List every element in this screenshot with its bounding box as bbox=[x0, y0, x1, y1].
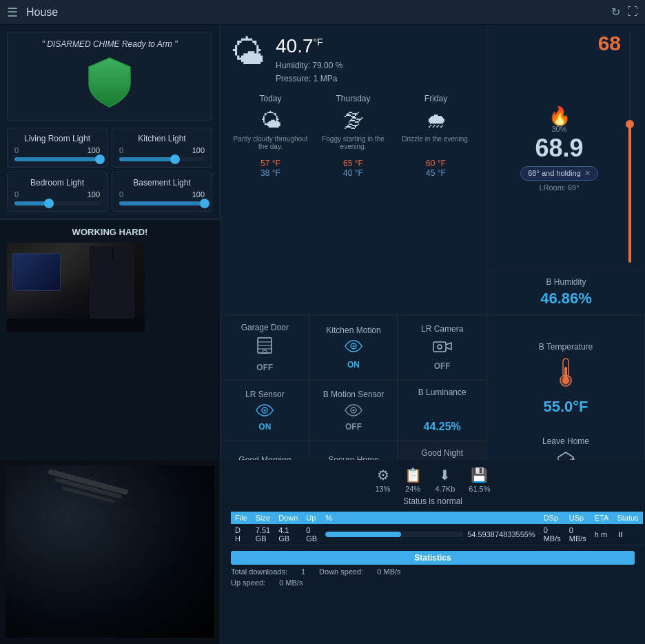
svg-point-6 bbox=[352, 345, 354, 348]
thermostat-percent: 30% bbox=[551, 125, 566, 133]
col-percent: % bbox=[321, 512, 539, 524]
weather-humidity: Humidity: 79.00 % bbox=[276, 61, 342, 70]
device-lr-camera[interactable]: LR Camera OFF bbox=[398, 315, 487, 380]
up-speed-label: Up speed: bbox=[231, 578, 265, 587]
left-panel: " DISARMED CHIME Ready to Arm " bbox=[0, 25, 220, 219]
shield-icon bbox=[85, 54, 134, 110]
thermostat-slider-track bbox=[628, 32, 631, 263]
row-size: 7.51 GB bbox=[252, 524, 274, 545]
forecast-friday-desc: Drizzle in the evening. bbox=[396, 135, 475, 154]
thermostat-slider[interactable] bbox=[623, 32, 637, 263]
light-label-basement: Basement Light bbox=[119, 178, 205, 188]
forecast-today-lo: 38 °F bbox=[231, 168, 310, 178]
light-card-basement[interactable]: Basement Light 0 100 bbox=[112, 172, 212, 212]
col-file: File bbox=[231, 512, 252, 524]
stat-mem-value: 24% bbox=[405, 485, 420, 493]
light-min-kitchen: 0 bbox=[119, 146, 123, 154]
row-eta: h m bbox=[591, 524, 613, 545]
stat-net: ⬇ 4.7Kb bbox=[436, 467, 455, 493]
statistics-details: Total downloads: 1 Down speed: 0 MB/s bbox=[231, 567, 635, 576]
light-card-living[interactable]: Living Room Light 0 100 bbox=[7, 128, 108, 168]
forecast-today: Today 🌤 Partly cloudy throughout the day… bbox=[231, 94, 310, 178]
forecast-friday: Friday 🌧 Drizzle in the evening. 60 °F 4… bbox=[396, 94, 475, 178]
forecast-today-label: Today bbox=[231, 94, 310, 103]
light-card-bedroom[interactable]: Bedroom Light 0 100 bbox=[7, 172, 108, 212]
b-humidity-value: 46.86% bbox=[494, 290, 638, 308]
lr-camera-status: OFF bbox=[434, 361, 451, 371]
b-motion-sensor-icon bbox=[344, 403, 363, 419]
down-speed-label: Down speed: bbox=[319, 567, 363, 576]
device-b-luminance[interactable]: B Luminance 44.25% bbox=[398, 380, 487, 441]
light-min-basement: 0 bbox=[119, 190, 123, 199]
row-dsp: 0 MB/s bbox=[540, 524, 565, 545]
down-speed-value: 0 MB/s bbox=[377, 567, 400, 576]
light-slider-living[interactable] bbox=[14, 157, 100, 161]
forecast-today-icon: 🌤 bbox=[231, 109, 310, 132]
svg-rect-7 bbox=[433, 342, 446, 352]
light-max-bedroom: 100 bbox=[88, 190, 100, 199]
forecast-thursday-lo: 40 °F bbox=[314, 168, 393, 178]
svg-point-10 bbox=[264, 409, 266, 411]
thermostat-lroom: LRoom: 69° bbox=[539, 183, 579, 192]
stat-net-value: 4.7Kb bbox=[436, 485, 455, 493]
thermostat-slider-thumb[interactable] bbox=[626, 120, 634, 128]
progress-bar-fill bbox=[325, 532, 401, 537]
device-b-motion-sensor[interactable]: B Motion Sensor OFF bbox=[309, 380, 398, 441]
thermostat-target: 68 bbox=[598, 32, 621, 55]
light-slider-basement[interactable] bbox=[119, 201, 205, 205]
forecast-thursday-hi: 65 °F bbox=[314, 159, 393, 168]
refresh-icon[interactable]: ↻ bbox=[611, 6, 620, 19]
row-file: D H bbox=[231, 524, 252, 545]
b-temperature-label: B Temperature bbox=[539, 342, 593, 352]
download-table: File Size Down Up % DSp USp ETA Status D… bbox=[231, 512, 643, 545]
b-temperature-icon bbox=[555, 356, 577, 394]
mem-icon: 📋 bbox=[405, 467, 422, 483]
kitchen-motion-status: ON bbox=[347, 360, 360, 370]
net-icon: ⬇ bbox=[439, 467, 451, 483]
device-lr-sensor[interactable]: LR Sensor ON bbox=[221, 380, 309, 441]
lr-camera-icon bbox=[432, 338, 453, 359]
titlebar-actions: ↻ ⛶ bbox=[611, 6, 638, 19]
thermostat-current: 68.9 bbox=[535, 136, 583, 161]
weather-forecast: Today 🌤 Partly cloudy throughout the day… bbox=[231, 94, 475, 178]
light-label-living: Living Room Light bbox=[14, 134, 100, 143]
col-usp: USp bbox=[565, 512, 591, 524]
thermostat-slider-fill bbox=[628, 124, 631, 263]
col-status: Status bbox=[613, 512, 642, 524]
thermostat-badge-close[interactable]: ✕ bbox=[584, 169, 591, 178]
forecast-thursday-icon: 🌫 bbox=[314, 109, 393, 132]
device-kitchen-motion[interactable]: Kitchen Motion ON bbox=[309, 315, 398, 380]
menu-icon[interactable]: ☰ bbox=[7, 5, 18, 20]
col-up: Up bbox=[302, 512, 321, 524]
bottom-camera-feed bbox=[6, 465, 214, 638]
forecast-friday-icon: 🌧 bbox=[396, 109, 475, 132]
b-humidity-panel: B Humidity 46.86% bbox=[487, 270, 645, 314]
row-percent: 54.593874833555% bbox=[321, 524, 539, 545]
leave-home-name: Leave Home bbox=[542, 436, 589, 446]
thermostat-flame-icon: 🔥 bbox=[549, 107, 571, 125]
working-hard-label: WORKING HARD! bbox=[7, 227, 213, 237]
light-min-living: 0 bbox=[14, 146, 19, 154]
light-label-bedroom: Bedroom Light bbox=[14, 178, 100, 188]
col-eta: ETA bbox=[591, 512, 613, 524]
security-panel: " DISARMED CHIME Ready to Arm " bbox=[7, 32, 212, 121]
device-garage-door[interactable]: Garage Door OFF bbox=[221, 315, 309, 380]
forecast-friday-lo: 45 °F bbox=[396, 168, 475, 178]
light-card-kitchen[interactable]: Kitchen Light 0 100 bbox=[112, 128, 212, 168]
forecast-today-hi: 57 °F bbox=[231, 159, 310, 168]
col-dsp: DSp bbox=[540, 512, 565, 524]
col-down: Down bbox=[274, 512, 302, 524]
weather-panel: 🌤 40.7°F Humidity: 79.00 % Pressure: 1 M… bbox=[221, 25, 487, 314]
b-luminance-value: 44.25% bbox=[424, 421, 461, 433]
row-status: ⏸ bbox=[613, 524, 642, 545]
expand-icon[interactable]: ⛶ bbox=[627, 6, 638, 19]
weather-pressure: Pressure: 1 MPa bbox=[276, 74, 342, 83]
statistics-label: Statistics bbox=[231, 551, 635, 565]
cpu-icon: ⚙ bbox=[377, 467, 389, 483]
light-slider-bedroom[interactable] bbox=[14, 201, 100, 205]
b-temperature-value: 55.0°F bbox=[543, 398, 588, 416]
thermostat-badge: 68° and holding ✕ bbox=[520, 166, 598, 181]
lr-sensor-status: ON bbox=[258, 422, 271, 432]
light-slider-kitchen[interactable] bbox=[119, 157, 205, 161]
forecast-thursday-label: Thursday bbox=[314, 94, 393, 103]
